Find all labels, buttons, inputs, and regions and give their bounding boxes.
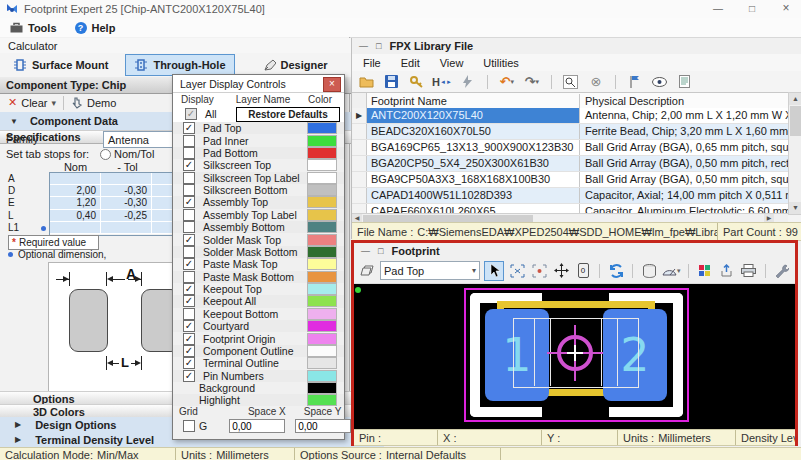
- library-menu-item[interactable]: Utilities: [483, 57, 518, 69]
- layer-checkbox[interactable]: [183, 271, 195, 283]
- menu-help[interactable]: ? Help: [75, 22, 116, 34]
- footprint-name-cell[interactable]: BEADC320X160X70L50: [367, 124, 580, 139]
- layer-checkbox[interactable]: [183, 221, 195, 233]
- physical-description-cell[interactable]: Capacitor, Axial; 14,00 mm pitch X 0,511…: [580, 188, 788, 203]
- layer-color-swatch[interactable]: [307, 258, 337, 270]
- physical-description-cell[interactable]: Ball Grid Array (BGA), 0,65 mm pitch, sq…: [580, 140, 788, 155]
- eye-icon[interactable]: [651, 73, 669, 91]
- clear-button[interactable]: ✕ Clear ▾: [8, 96, 56, 109]
- tab-surface-mount[interactable]: Surface Mount: [4, 54, 117, 76]
- footprint-name-cell[interactable]: ANTC200X120X75L40: [367, 108, 580, 123]
- menu-tools[interactable]: Tools: [10, 22, 57, 34]
- dock-maximize-icon[interactable]: □: [376, 41, 381, 51]
- layer-checkbox[interactable]: [183, 258, 195, 270]
- physical-description-cell[interactable]: Capacitor, Aluminum Electrolytic; 6,60 m…: [580, 204, 788, 213]
- lightning-icon[interactable]: [459, 73, 477, 91]
- undo-dropdown-icon[interactable]: ▾: [511, 78, 515, 86]
- layer-checkbox[interactable]: [183, 196, 195, 208]
- spec-tol-cell[interactable]: -0,25: [101, 210, 152, 222]
- layer-checkbox[interactable]: [183, 320, 195, 332]
- cancel-icon[interactable]: ⊗: [587, 73, 605, 91]
- demo-button[interactable]: Demo: [71, 97, 116, 109]
- render-3d-icon[interactable]: [696, 262, 714, 280]
- highlight-color-swatch[interactable]: [307, 394, 337, 406]
- column-header-physical-description[interactable]: Physical Description: [580, 94, 788, 108]
- layer-color-swatch[interactable]: [307, 221, 337, 233]
- grid-checkbox[interactable]: [183, 420, 195, 432]
- print-icon[interactable]: [740, 262, 758, 280]
- layer-checkbox[interactable]: [183, 122, 195, 134]
- footprint-name-cell[interactable]: BGA9CP50A3X3_168X168X100B30: [367, 172, 580, 187]
- layer-checkbox[interactable]: [183, 172, 195, 184]
- spec-nom-cell[interactable]: 2,00: [50, 185, 101, 197]
- layer-color-swatch[interactable]: [307, 122, 337, 134]
- layer-checkbox[interactable]: [183, 370, 195, 382]
- layer-checkbox[interactable]: [183, 295, 195, 307]
- physical-description-cell[interactable]: Ferrite Bead, Chip; 3,20 mm L X 1,60 mm …: [580, 124, 788, 139]
- redo-dropdown-icon[interactable]: ▾: [536, 78, 540, 86]
- library-row[interactable]: ▶ CAPAD1400W51L1028D393 Capacitor, Axial…: [352, 188, 788, 204]
- zoom-search-icon[interactable]: [562, 73, 580, 91]
- layer-color-swatch[interactable]: [307, 333, 337, 345]
- horizontal-scroll-thumb[interactable]: [363, 215, 533, 222]
- save-icon[interactable]: [382, 73, 400, 91]
- spec-nom-cell[interactable]: 0,40: [50, 210, 101, 222]
- find-replace-icon[interactable]: H◄►: [432, 73, 452, 91]
- footprint-name-cell[interactable]: CAPAE660X610L260X65: [367, 204, 580, 213]
- layer-select-combobox[interactable]: Pad Top ▾: [380, 261, 480, 280]
- layer-color-swatch[interactable]: [307, 271, 337, 283]
- layer-color-swatch[interactable]: [307, 295, 337, 307]
- layer-checkbox[interactable]: [183, 345, 195, 357]
- maximize-button[interactable]: □: [737, 0, 767, 17]
- close-button[interactable]: ×: [771, 0, 801, 17]
- undo-icon[interactable]: ↶▾: [498, 73, 516, 91]
- spec-tol-cell[interactable]: -0,30: [101, 185, 152, 197]
- spec-tol-cell[interactable]: [101, 222, 152, 234]
- scroll-up-icon[interactable]: ▲: [789, 93, 801, 105]
- dialog-title-bar[interactable]: Layer Display Controls ×: [173, 75, 344, 93]
- layer-color-swatch[interactable]: [307, 184, 337, 196]
- layer-checkbox[interactable]: [183, 135, 195, 147]
- export-icon[interactable]: [718, 262, 736, 280]
- nom-tol-radio[interactable]: [100, 149, 111, 160]
- layer-checkbox[interactable]: [183, 209, 195, 221]
- library-row[interactable]: ▶ BEADC320X160X70L50 Ferrite Bead, Chip;…: [352, 124, 788, 140]
- library-row[interactable]: ▶ ANTC200X120X75L40 Antenna, Chip; 2,00 …: [352, 108, 788, 124]
- layer-color-swatch[interactable]: [307, 209, 337, 221]
- spec-nom-cell[interactable]: 1,20: [50, 197, 101, 209]
- scroll-down-icon[interactable]: ▼: [789, 202, 801, 214]
- layer-checkbox[interactable]: [183, 147, 195, 159]
- footprint-name-cell[interactable]: CAPAD1400W51L1028D393: [367, 188, 580, 203]
- layer-checkbox[interactable]: [183, 234, 195, 246]
- library-row[interactable]: ▶ CAPAE660X610L260X65 Capacitor, Aluminu…: [352, 204, 788, 213]
- refresh-icon[interactable]: [607, 262, 625, 280]
- layer-checkbox[interactable]: [183, 159, 195, 171]
- select-tool-icon[interactable]: [484, 261, 504, 281]
- dock-maximize-icon[interactable]: □: [378, 246, 383, 256]
- layers-stack-icon[interactable]: [640, 262, 658, 280]
- protractor-dropdown-icon[interactable]: ▾: [677, 267, 681, 275]
- space-y-input[interactable]: [295, 419, 351, 433]
- footprint-canvas[interactable]: 1 2: [354, 284, 795, 429]
- spec-nom-cell[interactable]: [50, 173, 101, 185]
- library-vertical-scrollbar[interactable]: ▲ ▼: [788, 92, 801, 215]
- library-row[interactable]: ▶ BGA20CP50_5X4_250X300X61B30 Ball Grid …: [352, 156, 788, 172]
- tab-through-hole[interactable]: Through-Hole: [125, 54, 234, 76]
- layer-color-swatch[interactable]: [307, 308, 337, 320]
- layer-color-swatch[interactable]: [307, 159, 337, 171]
- layer-color-swatch[interactable]: [307, 345, 337, 357]
- tab-designer[interactable]: Designer: [255, 54, 337, 76]
- open-library-icon[interactable]: [357, 73, 375, 91]
- physical-description-cell[interactable]: Ball Grid Array (BGA), 0,50 mm pitch, sq…: [580, 172, 788, 187]
- zoom-window-icon[interactable]: [508, 262, 526, 280]
- column-header-footprint-name[interactable]: Footprint Name: [367, 94, 580, 108]
- layer-color-swatch[interactable]: [307, 320, 337, 332]
- redo-icon[interactable]: ↷▾: [523, 73, 541, 91]
- vertical-scroll-thumb[interactable]: [790, 106, 801, 136]
- minimize-button[interactable]: —: [703, 0, 733, 17]
- filter-flag-icon[interactable]: [626, 73, 644, 91]
- background-color-swatch[interactable]: [307, 382, 337, 394]
- key-icon[interactable]: [407, 73, 425, 91]
- library-menu-item[interactable]: View: [440, 57, 464, 69]
- restore-defaults-button[interactable]: Restore Defaults: [236, 107, 340, 122]
